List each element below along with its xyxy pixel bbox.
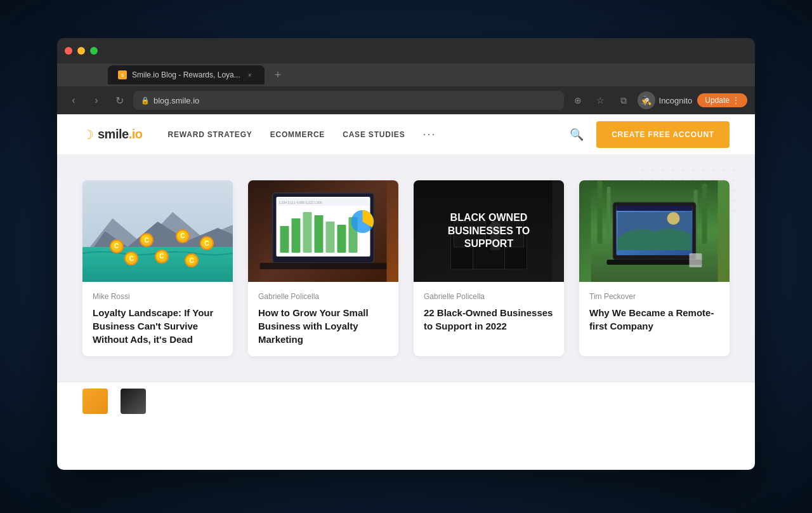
card-image-2: 1,234 3,111 4,080 3,222 1,500 [248, 180, 398, 282]
browser-window: s Smile.io Blog - Rewards, Loya... × + ‹… [57, 38, 755, 470]
new-tab-button[interactable]: + [270, 69, 287, 82]
search-button[interactable]: 🔍 [570, 128, 584, 142]
nav-link-reward-strategy[interactable]: REWARD STRATEGY [168, 130, 252, 139]
svg-rect-38 [690, 253, 702, 267]
active-tab[interactable]: s Smile.io Blog - Rewards, Loya... × [108, 65, 265, 84]
strip-thumbnail-2 [121, 389, 146, 414]
macbook-svg [579, 180, 730, 282]
extensions-button[interactable]: ⧉ [615, 91, 632, 109]
coin-6: C [155, 250, 169, 263]
card-body-4: Tim Peckover Why We Became a Remote-firs… [579, 282, 730, 343]
nav-left: ☽ smile.io REWARD STRATEGY ECOMMERCE CAS… [82, 127, 436, 142]
minimize-button[interactable] [77, 47, 85, 55]
browser-titlebar [57, 38, 755, 63]
blog-section: C C C C C C C Mike Rossi Loyalty Landsca… [57, 155, 755, 382]
card-title-4: Why We Became a Remote-first Company [589, 306, 719, 333]
card-title-3: 22 Black-Owned Businesses to Support in … [424, 306, 554, 333]
nav-right: 🔍 CREATE FREE ACCOUNT [570, 121, 730, 148]
blog-card-1[interactable]: C C C C C C C Mike Rossi Loyalty Landsca… [82, 180, 233, 356]
blog-card-2[interactable]: 1,234 3,111 4,080 3,222 1,500 [248, 180, 398, 356]
card-text-overlay-3: BLACK OWNED BUSINESSES TO SUPPORT [414, 180, 564, 282]
back-button[interactable]: ‹ [65, 91, 82, 109]
svg-rect-30 [702, 183, 707, 244]
strip-item-1 [82, 389, 108, 414]
svg-text:1,234  3,111  4,080  3,222  1,: 1,234 3,111 4,080 3,222 1,500 [279, 201, 322, 204]
blog-card-3[interactable]: BLACK OWNED BUSINESSES TO SUPPORT Gabrie… [414, 180, 564, 356]
card-body-3: Gabrielle Policella 22 Black-Owned Busin… [414, 282, 564, 343]
incognito-label: Incognito [659, 96, 693, 105]
blog-card-4[interactable]: Tim Peckover Why We Became a Remote-firs… [579, 180, 730, 356]
laptop-chart-svg: 1,234 3,111 4,080 3,222 1,500 [248, 180, 398, 282]
logo-icon: ☽ [82, 127, 94, 142]
card-body-1: Mike Rossi Loyalty Landscape: If Your Bu… [82, 282, 233, 356]
svg-rect-13 [303, 212, 312, 253]
tab-close-button[interactable]: × [246, 70, 254, 79]
browser-toolbar: ‹ › ↻ 🔒 blog.smile.io ⊕ ☆ ⧉ 🕵 Incognito … [57, 86, 755, 114]
page-content: ☽ smile.io REWARD STRATEGY ECOMMERCE CAS… [57, 114, 755, 470]
bottom-strip [57, 382, 755, 420]
update-label: Update [705, 96, 730, 105]
lock-icon: 🔒 [141, 97, 150, 105]
svg-rect-28 [598, 180, 603, 244]
svg-rect-19 [260, 263, 387, 269]
create-account-button[interactable]: CREATE FREE ACCOUNT [596, 121, 730, 148]
site-navigation: ☽ smile.io REWARD STRATEGY ECOMMERCE CAS… [57, 114, 755, 155]
card-author-3: Gabrielle Policella [424, 292, 554, 301]
address-bar[interactable]: 🔒 blog.smile.io [133, 91, 564, 110]
card-title-2: How to Grow Your Small Business with Loy… [258, 306, 388, 346]
coin-1: C [110, 239, 124, 253]
tab-title: Smile.io Blog - Rewards, Loya... [132, 70, 240, 79]
bookmark-button[interactable]: ☆ [592, 91, 610, 109]
card-image-4 [579, 180, 730, 282]
card-author-4: Tim Peckover [589, 292, 719, 301]
cast-icon[interactable]: ⊕ [569, 91, 587, 109]
svg-rect-11 [280, 226, 289, 253]
update-menu-icon: ⋮ [732, 96, 740, 105]
reload-button[interactable]: ↻ [110, 91, 128, 109]
strip-thumbnail-1 [82, 389, 108, 414]
overlay-text: BLACK OWNED BUSINESSES TO SUPPORT [424, 211, 554, 251]
nav-more-button[interactable]: ··· [422, 128, 436, 141]
svg-rect-12 [292, 218, 301, 253]
nav-links: REWARD STRATEGY ECOMMERCE CASE STUDIES ·… [168, 128, 436, 141]
svg-rect-34 [617, 206, 693, 211]
svg-rect-16 [337, 225, 346, 253]
tab-bar: s Smile.io Blog - Rewards, Loya... × + [57, 63, 755, 86]
forward-button[interactable]: › [88, 91, 105, 109]
svg-rect-15 [326, 222, 335, 253]
svg-rect-29 [607, 187, 611, 244]
coin-3: C [176, 229, 190, 243]
coin-4: C [200, 236, 214, 250]
mountains-svg [82, 180, 233, 282]
logo-text: smile.io [98, 127, 143, 142]
maximize-button[interactable] [90, 47, 98, 55]
card-title-1: Loyalty Landscape: If Your Business Can'… [93, 306, 223, 346]
svg-point-36 [667, 212, 680, 225]
avatar: 🕵 [638, 91, 655, 109]
tab-favicon: s [118, 70, 127, 79]
card-image-1: C C C C C C C [82, 180, 233, 282]
nav-link-ecommerce[interactable]: ECOMMERCE [270, 130, 325, 139]
blog-grid: C C C C C C C Mike Rossi Loyalty Landsca… [82, 180, 730, 356]
nav-link-case-studies[interactable]: CASE STUDIES [343, 130, 405, 139]
card-author-2: Gabrielle Policella [258, 292, 388, 301]
card-author-1: Mike Rossi [93, 292, 223, 301]
card-body-2: Gabrielle Policella How to Grow Your Sma… [248, 282, 398, 356]
svg-rect-37 [607, 260, 702, 265]
url-display: blog.smile.io [154, 96, 199, 105]
site-logo[interactable]: ☽ smile.io [82, 127, 143, 142]
close-button[interactable] [65, 47, 72, 55]
profile-button[interactable]: 🕵 Incognito [638, 91, 693, 109]
svg-rect-14 [315, 215, 324, 253]
toolbar-actions: ⊕ ☆ ⧉ 🕵 Incognito Update ⋮ [569, 91, 747, 109]
update-button[interactable]: Update ⋮ [697, 93, 747, 107]
card-image-3: BLACK OWNED BUSINESSES TO SUPPORT [414, 180, 564, 282]
strip-item-2 [121, 389, 146, 414]
